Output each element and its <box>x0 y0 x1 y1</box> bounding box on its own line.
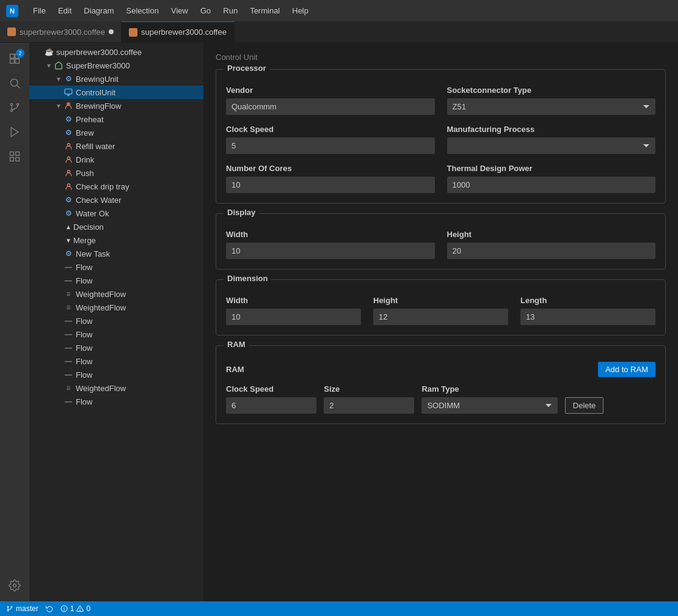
menu-file[interactable]: File <box>28 5 51 16</box>
wflow3-icon: ≡ <box>64 383 73 393</box>
status-sync[interactable] <box>46 605 53 612</box>
tab-0[interactable]: superbrewer3000.coffee <box>0 21 122 42</box>
sidebar-item-wflow3[interactable]: ≡ WeightedFlow <box>29 381 203 395</box>
preheat-icon: ⚙ <box>64 114 73 124</box>
mfg-field: Manufacturing Process 5nm 7nm <box>447 125 656 154</box>
flow6-icon: — <box>64 356 73 366</box>
activity-run[interactable] <box>4 121 26 143</box>
flow2-label: Flow <box>76 276 92 285</box>
activity-git[interactable] <box>4 97 26 119</box>
flow8-icon: — <box>64 397 73 406</box>
sidebar-item-control-unit[interactable]: ControlUnit <box>29 86 203 99</box>
tdp-label: Thermal Design Power <box>447 164 656 173</box>
sidebar-item-water-ok[interactable]: ⚙ Water Ok <box>29 207 203 220</box>
tdp-input[interactable] <box>447 177 656 193</box>
menu-run[interactable]: Run <box>218 5 242 16</box>
ram-delete-button[interactable]: Delete <box>565 397 604 414</box>
svg-rect-13 <box>10 158 14 161</box>
menu-diagram[interactable]: Diagram <box>79 5 118 16</box>
sidebar-item-new-task[interactable]: ⚙ New Task <box>29 247 203 260</box>
dim-height-input[interactable] <box>373 309 508 325</box>
activity-settings[interactable] <box>4 574 26 596</box>
sidebar-item-flow6[interactable]: — Flow <box>29 354 203 368</box>
drink-label: Drink <box>76 155 94 164</box>
menu-view[interactable]: View <box>166 5 193 16</box>
sidebar-item-brewing-unit[interactable]: ▼ ⚙ BrewingUnit <box>29 72 203 86</box>
menu-help[interactable]: Help <box>287 5 313 16</box>
branch-icon <box>6 605 13 612</box>
ram-header: RAM Add to RAM <box>226 362 655 377</box>
sidebar-item-flow3[interactable]: — Flow <box>29 314 203 328</box>
ram-row-0: SODIMM DIMM LPDDR4 LPDDR5 Delete <box>226 397 655 414</box>
tab-label-1: superbrewer3000.coffee <box>141 28 227 37</box>
sidebar-item-flow7[interactable]: — Flow <box>29 368 203 381</box>
ram-label: RAM <box>226 365 244 374</box>
sidebar-item-brewing-flow[interactable]: ▼ BrewingFlow <box>29 99 203 112</box>
sidebar-item-drink[interactable]: Drink <box>29 153 203 166</box>
new-task-icon: ⚙ <box>64 249 73 258</box>
menu-go[interactable]: Go <box>195 5 216 16</box>
sidebar-item-brew[interactable]: ⚙ Brew <box>29 126 203 139</box>
cores-label: Number Of Cores <box>226 164 435 173</box>
flow5-label: Flow <box>76 343 92 353</box>
sidebar-file[interactable]: ☕ superbrewer3000.coffee <box>29 45 203 59</box>
menu-edit[interactable]: Edit <box>53 5 76 16</box>
add-to-ram-button[interactable]: Add to RAM <box>598 362 655 377</box>
display-width-input[interactable] <box>226 243 435 259</box>
status-errors[interactable]: 1 0 <box>60 604 90 613</box>
sidebar-root[interactable]: ▼ SuperBrewer3000 <box>29 59 203 72</box>
dim-length-input[interactable] <box>520 309 655 325</box>
dim-length-label: Length <box>520 296 655 305</box>
svg-point-20 <box>68 104 68 105</box>
ram-size-input[interactable] <box>324 397 414 414</box>
sidebar-item-flow8[interactable]: — Flow <box>29 395 203 408</box>
tab-1[interactable]: superbrewer3000.coffee <box>122 21 235 42</box>
sidebar-item-flow1[interactable]: — Flow <box>29 260 203 274</box>
brewing-unit-arrow: ▼ <box>54 74 64 84</box>
vendor-input[interactable] <box>226 98 435 115</box>
sidebar-item-decision[interactable]: ▲ Decision <box>29 220 203 233</box>
clock-input[interactable] <box>226 138 435 154</box>
sidebar-item-push[interactable]: Push <box>29 166 203 180</box>
sidebar-item-wflow2[interactable]: ≡ WeightedFlow <box>29 301 203 314</box>
sidebar-item-preheat[interactable]: ⚙ Preheat <box>29 112 203 126</box>
menu-terminal[interactable]: Terminal <box>245 5 285 16</box>
ram-type-select[interactable]: SODIMM DIMM LPDDR4 LPDDR5 <box>421 397 557 414</box>
activity-explorer[interactable]: 2 <box>4 48 26 70</box>
sidebar-item-merge[interactable]: ▼ Merge <box>29 233 203 247</box>
flow7-label: Flow <box>76 370 92 380</box>
explorer-badge: 2 <box>16 49 24 57</box>
status-branch[interactable]: master <box>6 604 38 613</box>
tdp-field: Thermal Design Power <box>447 164 656 193</box>
main-layout: 2 <box>0 43 678 601</box>
check-water-icon: ⚙ <box>64 195 73 205</box>
titlebar: N File Edit Diagram Selection View Go Ru… <box>0 0 678 21</box>
mfg-select[interactable]: 5nm 7nm <box>447 138 656 154</box>
wflow2-icon: ≡ <box>64 302 73 312</box>
svg-point-33 <box>80 610 81 610</box>
tab-bar: superbrewer3000.coffee superbrewer3000.c… <box>0 21 678 43</box>
ram-section-title: RAM <box>224 340 249 349</box>
sidebar-item-wflow1[interactable]: ≡ WeightedFlow <box>29 287 203 301</box>
sidebar-item-flow2[interactable]: — Flow <box>29 274 203 287</box>
activity-extensions[interactable] <box>4 145 26 167</box>
sidebar-item-refill-water[interactable]: Refill water <box>29 139 203 153</box>
menu-selection[interactable]: Selection <box>121 5 163 16</box>
cores-input[interactable] <box>226 177 435 193</box>
svg-rect-3 <box>15 59 20 64</box>
svg-rect-12 <box>16 152 20 156</box>
root-arrow: ▼ <box>44 61 54 70</box>
display-height-input[interactable] <box>447 243 656 259</box>
sidebar-item-flow5[interactable]: — Flow <box>29 341 203 354</box>
flow2-icon: — <box>64 276 73 285</box>
activity-search[interactable] <box>4 72 26 94</box>
sidebar-tree: ☕ superbrewer3000.coffee ▼ SuperBrewer30… <box>29 43 203 411</box>
socket-select[interactable]: Z51 Z52 AM4 LGA1700 <box>447 98 656 115</box>
dim-width-field: Width <box>226 296 361 325</box>
sidebar-item-flow4[interactable]: — Flow <box>29 328 203 341</box>
sidebar-item-check-water[interactable]: ⚙ Check Water <box>29 193 203 207</box>
display-height-field: Height <box>447 230 656 259</box>
sidebar-item-check-drip-tray[interactable]: Check drip tray <box>29 180 203 193</box>
dim-width-input[interactable] <box>226 309 361 325</box>
ram-clock-input[interactable] <box>226 397 316 414</box>
